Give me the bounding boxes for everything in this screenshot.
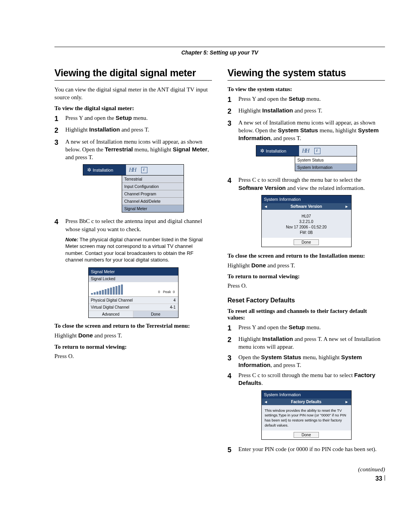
right-column: Viewing the system status To view the sy… [228, 67, 385, 482]
t: . [148, 126, 149, 133]
si-bar-label: Software Version [290, 204, 322, 209]
left-steps: 1 Press Y and open the Setup menu. 2 Hig… [54, 114, 212, 161]
menu-title: Installation [93, 168, 114, 172]
sm-title: Signal Meter [89, 268, 178, 276]
sm-peak-lbl: Peak [163, 290, 171, 294]
note-label: Note: [65, 237, 78, 242]
terrestrial-menu-figure: ✲Installation HH TerrestrialInput Config… [83, 164, 184, 212]
step-number: 4 [228, 371, 238, 381]
gear-icon: ✲ [260, 148, 264, 154]
right-steps: 1 Press Y and open the Setup menu. 2 Hig… [228, 95, 385, 142]
step-number: 1 [228, 323, 238, 333]
signal-meter-figure: Signal Meter Signal Locked 0 Peak 0 Phys… [88, 267, 178, 318]
t: Setup [116, 114, 132, 121]
t: Highlight [65, 126, 89, 133]
step-number: 3 [228, 353, 238, 363]
t: Press [65, 115, 79, 121]
step-number: 4 [54, 217, 65, 227]
antenna-icon: HH [129, 167, 136, 173]
sm-peak: 0 [173, 290, 175, 294]
step-number: 3 [54, 138, 65, 147]
sm-sub: Signal Locked [89, 276, 178, 282]
t: and press [120, 126, 144, 133]
step-number: 4 [228, 176, 238, 185]
si-title: System Information [262, 195, 351, 203]
note-body: The physical digital channel number list… [65, 237, 203, 263]
sm-row: Virtual Digital Channel4-1 [89, 304, 178, 311]
note: Note: The physical digital channel numbe… [65, 236, 212, 263]
factory-defaults-figure: System Information ◄Factory Defaults► Th… [261, 390, 352, 440]
left-subhead-1: To view the digital signal meter: [54, 105, 212, 112]
key: Y [79, 115, 83, 121]
left-intro: You can view the digital signal meter in… [54, 86, 212, 101]
step-number: 1 [228, 95, 238, 104]
r-return-head: To return to normal viewing: [228, 273, 385, 280]
left-title: Viewing the digital signal meter [54, 67, 212, 79]
step-number: 2 [228, 335, 238, 344]
menu-item: System Information [295, 164, 357, 171]
step-number: 1 [54, 114, 65, 123]
gear-icon: ✲ [87, 167, 91, 173]
menu-item: Signal Meter [122, 205, 184, 212]
close-body: Highlight Done and press T. [54, 332, 212, 340]
key: T [89, 154, 92, 160]
menu-item: System Status [295, 156, 357, 164]
step-number: 3 [228, 119, 238, 128]
chapter-header: Chapter 5: Setting up your TV [54, 47, 385, 67]
t: Terrestrial [105, 146, 133, 153]
right-title: Viewing the system status [228, 67, 385, 79]
sm-current: 0 [158, 290, 160, 294]
r-close-head: To close the screen and return to the In… [228, 253, 385, 259]
right-arrow-icon: ► [345, 204, 349, 209]
left-arrow-icon: ◄ [264, 204, 268, 209]
menu-item: Channel Program [122, 190, 184, 198]
step-body: Press BbC c to select the antenna input … [65, 217, 212, 233]
si-bar-label: Factory Defaults [291, 400, 321, 404]
left-column: Viewing the digital signal meter You can… [54, 67, 212, 482]
si-title: System Information [262, 391, 351, 399]
r-return-body: Press O. [228, 282, 385, 290]
page-number: 33 [375, 475, 382, 482]
t: . [92, 154, 93, 160]
close-head: To close the screen and return to the Te… [54, 323, 212, 329]
key: T [145, 126, 148, 133]
left-arrow-icon: ◄ [264, 400, 268, 404]
antenna-icon: HH [302, 147, 309, 154]
menu-title: Installation [266, 149, 287, 153]
info-icon [141, 167, 147, 173]
menu-item: Input Configuration [122, 183, 184, 190]
right-arrow-icon: ► [345, 400, 349, 404]
step-number: 5 [228, 445, 238, 455]
step-number: 2 [228, 107, 238, 116]
done-button: Done [133, 311, 178, 318]
step-body: Enter your PIN code (or 0000 if no PIN c… [238, 445, 385, 453]
fd-body: This window provides the ability to rese… [262, 405, 351, 430]
done-button: Done [294, 432, 319, 438]
t: and open the [83, 115, 116, 121]
sm-row: Physical Digital Channel4 [89, 297, 178, 304]
t: menu, highlight [133, 146, 173, 153]
return-body: Press O. [54, 353, 212, 360]
software-version-figure: System Information ◄Software Version► HL… [261, 195, 352, 247]
menu-item: Terrestrial [122, 176, 184, 183]
step-number: 2 [54, 126, 65, 135]
info-icon [314, 148, 320, 154]
t: Signal Meter [173, 146, 207, 153]
advanced-button: Advanced [89, 311, 133, 318]
return-head: To return to normal viewing: [54, 344, 212, 350]
continued-label: (continued) [228, 466, 385, 473]
reset-subsection: Reset Factory Defaults [228, 297, 385, 304]
t: menu. [132, 115, 148, 121]
reset-head: To reset all settings and channels to th… [228, 308, 385, 321]
t: Installation [89, 126, 120, 133]
system-status-menu-figure: ✲Installation HH System StatusSystem Inf… [256, 145, 357, 171]
done-button: Done [294, 239, 319, 245]
right-subhead-1: To view the system status: [228, 86, 385, 93]
menu-item: Channel Add/Delete [122, 198, 184, 205]
